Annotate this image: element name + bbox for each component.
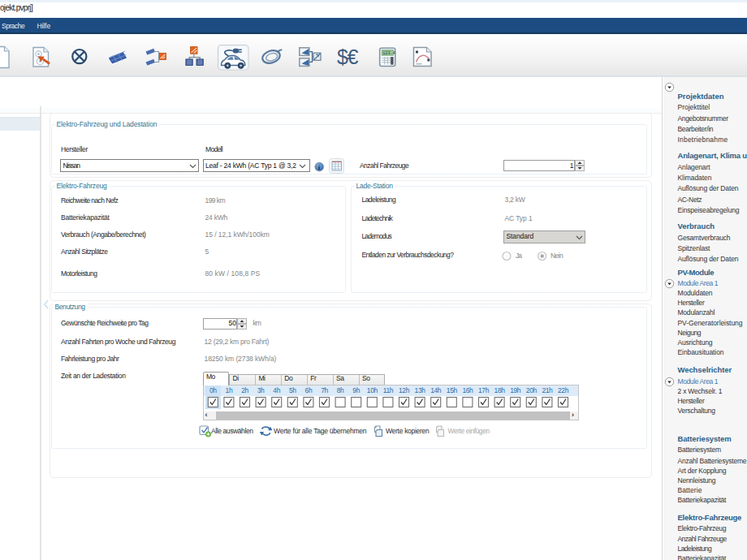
svg-text:123.4: 123.4 <box>382 51 395 56</box>
